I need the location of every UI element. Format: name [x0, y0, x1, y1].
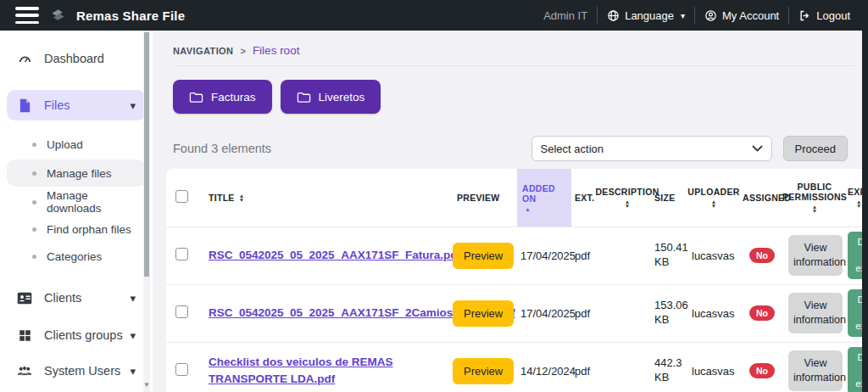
- sidebar-item-clients[interactable]: Clients ▾: [7, 285, 146, 311]
- column-header-added-on[interactable]: ADDED ON ▲: [517, 169, 571, 227]
- view-information-button[interactable]: View information: [788, 235, 843, 276]
- globe-icon: [607, 9, 620, 22]
- sidebar-label: Find orphan files: [47, 223, 131, 236]
- file-title-link[interactable]: RSC_0542025_05_2025_AAX171SF_Fatura.pdf: [209, 247, 473, 264]
- select-action-dropdown[interactable]: Select action: [531, 136, 772, 161]
- sidebar-item-upload[interactable]: Upload: [7, 132, 146, 156]
- my-account-menu[interactable]: My Account: [695, 9, 788, 22]
- navbar-right: Admin IT Language ▾ My Account Logout: [534, 7, 860, 24]
- row-checkbox[interactable]: [175, 305, 188, 318]
- breadcrumb-root: NAVIGATION: [173, 46, 233, 56]
- bullet-icon: [32, 171, 36, 176]
- sidebar-label: Dashboard: [44, 52, 104, 65]
- logout-button[interactable]: Logout: [789, 9, 860, 22]
- table-row: RSC_0542025_05_2025_AAX171SF_2Camios_Fat…: [166, 284, 862, 342]
- my-account-label: My Account: [722, 9, 779, 22]
- users-icon: [17, 363, 32, 378]
- ext-cell: pdf: [571, 227, 604, 284]
- file-icon: [17, 98, 32, 113]
- sort-icon: ▲▼: [239, 193, 245, 202]
- bullet-icon: [32, 227, 36, 232]
- header-label: EXT.: [575, 193, 594, 203]
- results-toolbar: Found 3 elements Select action Proceed: [153, 114, 862, 161]
- proceed-button[interactable]: Proceed: [783, 136, 848, 161]
- preview-button[interactable]: Preview: [453, 243, 514, 269]
- hamburger-menu-icon[interactable]: [15, 7, 39, 24]
- sidebar-label: Upload: [47, 138, 83, 151]
- uploader-cell: lucasvas: [688, 342, 739, 392]
- sidebar-item-manage-files[interactable]: Manage files: [7, 160, 146, 187]
- assigned-badge: No: [749, 363, 775, 378]
- language-menu[interactable]: Language ▾: [598, 9, 694, 22]
- app-title: Remas Share File: [76, 8, 185, 23]
- scrollbar-down-arrow-icon[interactable]: ▼: [143, 381, 150, 389]
- sidebar-item-find-orphan-files[interactable]: Find orphan files: [7, 217, 146, 241]
- app-logo-icon: [49, 7, 66, 24]
- chevron-down-icon: ▾: [681, 11, 685, 20]
- folder-button-facturas[interactable]: Facturas: [173, 80, 272, 114]
- column-header-ext: EXT.: [571, 169, 604, 227]
- header-label: EXPIRES: [848, 187, 862, 197]
- sort-icon: ▲▼: [856, 199, 862, 208]
- file-title-link[interactable]: Checklist dos veiculos de REMAS TRANSPOR…: [209, 354, 446, 387]
- main-content: NAVIGATION > Files root Facturas Liveret…: [153, 31, 862, 392]
- view-information-button[interactable]: View information: [788, 293, 843, 333]
- header-label: ADDED ON: [522, 183, 555, 204]
- sidebar-label: Manage files: [47, 167, 112, 180]
- folder-name: Facturas: [211, 91, 256, 104]
- assigned-badge: No: [749, 305, 775, 321]
- files-table: TITLE ▲▼ PREVIEW ADDED ON ▲ EXT.: [166, 169, 862, 392]
- select-action-value: Select action: [541, 143, 604, 155]
- sidebar-scrollbar[interactable]: ▼: [143, 31, 150, 392]
- header-label: PREVIEW: [457, 193, 500, 203]
- sidebar: Dashboard Files ▾ Upload Manage files Ma…: [0, 31, 153, 392]
- preview-button[interactable]: Preview: [453, 300, 514, 327]
- column-header-title[interactable]: TITLE ▲▼: [197, 169, 449, 227]
- table-row: RSC_0542025_05_2025_AAX171SF_Fatura.pdf …: [166, 227, 862, 284]
- header-label: TITLE: [209, 193, 235, 203]
- column-header-expires[interactable]: EXPIRES ▲▼: [844, 169, 862, 227]
- bullet-icon: [32, 143, 36, 147]
- folder-name: Liveretos: [319, 91, 365, 104]
- sidebar-item-dashboard[interactable]: Dashboard: [7, 46, 146, 71]
- column-header-description[interactable]: DESCRIPTION ▲▼: [604, 169, 651, 227]
- logged-in-user: Admin IT: [534, 9, 597, 22]
- sidebar-label: System Users: [44, 364, 120, 378]
- sidebar-item-categories[interactable]: Categories: [7, 244, 146, 268]
- chevron-down-icon: ▾: [130, 293, 136, 304]
- table-row: Checklist dos veiculos de REMAS TRANSPOR…: [166, 342, 862, 392]
- brand: Remas Share File: [49, 7, 185, 24]
- expiration-badge: Does not expire: [848, 232, 862, 280]
- sidebar-item-files[interactable]: Files ▾: [7, 90, 146, 120]
- folder-button-liveretos[interactable]: Liveretos: [281, 80, 381, 114]
- breadcrumb-current-link[interactable]: Files root: [253, 44, 300, 57]
- breadcrumb-separator-icon: >: [240, 46, 245, 56]
- preview-button[interactable]: Preview: [453, 358, 514, 384]
- logout-label: Logout: [816, 9, 850, 22]
- sidebar-item-system-users[interactable]: System Users ▾: [7, 358, 146, 384]
- sidebar-item-clients-groups[interactable]: Clients groups ▾: [7, 322, 146, 348]
- row-checkbox[interactable]: [175, 363, 188, 376]
- folder-icon: [189, 91, 203, 104]
- sidebar-item-manage-downloads[interactable]: Manage downloads: [7, 190, 146, 214]
- sort-ascending-icon: ▲: [525, 206, 568, 212]
- column-header-public-permissions[interactable]: PUBLIC PERMISSIONS ▲▼: [785, 169, 844, 227]
- bullet-icon: [32, 200, 36, 204]
- top-navbar: Remas Share File Admin IT Language ▾ My …: [0, 0, 868, 31]
- row-checkbox[interactable]: [175, 248, 188, 260]
- expiration-badge: Does not expire: [848, 289, 862, 338]
- files-table-card: TITLE ▲▼ PREVIEW ADDED ON ▲ EXT.: [166, 169, 862, 392]
- select-all-checkbox[interactable]: [175, 190, 188, 203]
- view-information-button[interactable]: View information: [788, 350, 843, 391]
- column-header-size: SIZE: [651, 169, 688, 227]
- column-header-assigned: ASSIGNED: [739, 169, 785, 227]
- header-label: DESCRIPTION: [595, 187, 659, 197]
- column-header-uploader[interactable]: UPLOADER ▲▼: [688, 169, 739, 227]
- size-cell: 153.06 KB: [651, 284, 688, 342]
- header-label: SIZE: [654, 193, 676, 203]
- scrollbar-thumb[interactable]: [144, 32, 149, 277]
- expiration-badge: Does not expire: [848, 347, 862, 392]
- chevron-down-icon: [752, 145, 763, 152]
- grid-icon: [17, 328, 32, 343]
- sidebar-label: Clients: [44, 291, 81, 305]
